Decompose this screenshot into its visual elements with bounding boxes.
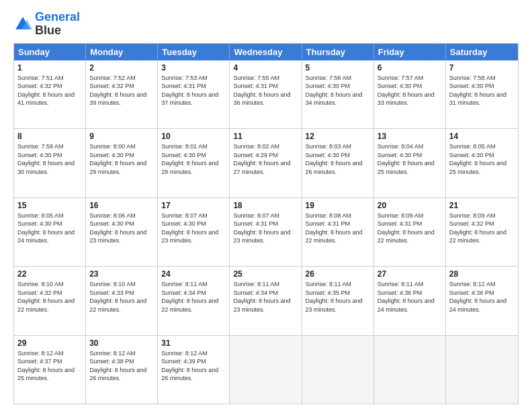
page: General Blue SundayMondayTuesdayWednesda…	[0, 0, 532, 411]
calendar-cell-23: 23 Sunrise: 8:10 AM Sunset: 4:33 PM Dayl…	[86, 267, 158, 334]
cell-info: Sunrise: 8:09 AM Sunset: 4:32 PM Dayligh…	[449, 212, 515, 245]
day-number: 3	[161, 63, 226, 73]
day-number: 1	[17, 63, 82, 73]
calendar-cell-26: 26 Sunrise: 8:11 AM Sunset: 4:35 PM Dayl…	[302, 267, 374, 334]
day-number: 9	[89, 132, 154, 141]
logo: General Blue	[13, 11, 80, 38]
calendar-cell-4: 4 Sunrise: 7:55 AM Sunset: 4:31 PM Dayli…	[230, 60, 302, 128]
calendar-cell-empty	[230, 336, 302, 404]
calendar-cell-15: 15 Sunrise: 8:05 AM Sunset: 4:30 PM Dayl…	[14, 198, 86, 266]
day-number: 26	[306, 269, 370, 279]
calendar-cell-9: 9 Sunrise: 8:00 AM Sunset: 4:30 PM Dayli…	[86, 129, 158, 197]
calendar-cell-11: 11 Sunrise: 8:02 AM Sunset: 4:29 PM Dayl…	[230, 129, 302, 197]
day-number: 6	[378, 63, 442, 73]
cell-info: Sunrise: 7:58 AM Sunset: 4:30 PM Dayligh…	[449, 74, 515, 107]
cell-info: Sunrise: 8:11 AM Sunset: 4:34 PM Dayligh…	[233, 280, 298, 314]
day-number: 4	[233, 63, 298, 73]
calendar-cell-10: 10 Sunrise: 8:01 AM Sunset: 4:30 PM Dayl…	[158, 129, 230, 197]
calendar-cell-17: 17 Sunrise: 8:07 AM Sunset: 4:30 PM Dayl…	[158, 198, 230, 266]
header-day-friday: Friday	[374, 44, 446, 60]
day-number: 17	[161, 201, 226, 210]
cell-info: Sunrise: 7:56 AM Sunset: 4:30 PM Dayligh…	[306, 74, 370, 107]
cell-info: Sunrise: 8:12 AM Sunset: 4:37 PM Dayligh…	[17, 349, 82, 383]
calendar-week-4: 22 Sunrise: 8:10 AM Sunset: 4:32 PM Dayl…	[14, 266, 518, 334]
calendar-cell-2: 2 Sunrise: 7:52 AM Sunset: 4:32 PM Dayli…	[86, 60, 158, 128]
day-number: 15	[17, 201, 82, 210]
day-number: 14	[449, 132, 515, 141]
cell-info: Sunrise: 7:57 AM Sunset: 4:30 PM Dayligh…	[378, 74, 442, 107]
cell-info: Sunrise: 7:55 AM Sunset: 4:31 PM Dayligh…	[233, 74, 298, 107]
day-number: 8	[17, 132, 82, 141]
day-number: 22	[17, 269, 82, 279]
cell-info: Sunrise: 8:11 AM Sunset: 4:36 PM Dayligh…	[378, 280, 442, 314]
cell-info: Sunrise: 8:12 AM Sunset: 4:39 PM Dayligh…	[161, 349, 226, 383]
logo-text: General Blue	[35, 11, 80, 38]
cell-info: Sunrise: 8:11 AM Sunset: 4:35 PM Dayligh…	[306, 280, 370, 314]
day-number: 29	[17, 338, 82, 348]
day-number: 24	[161, 269, 226, 279]
calendar-cell-8: 8 Sunrise: 7:59 AM Sunset: 4:30 PM Dayli…	[14, 129, 86, 197]
calendar-week-5: 29 Sunrise: 8:12 AM Sunset: 4:37 PM Dayl…	[14, 335, 518, 404]
calendar-cell-1: 1 Sunrise: 7:51 AM Sunset: 4:32 PM Dayli…	[14, 60, 86, 128]
day-number: 7	[449, 63, 515, 73]
calendar-cell-12: 12 Sunrise: 8:03 AM Sunset: 4:30 PM Dayl…	[302, 129, 374, 197]
calendar-cell-29: 29 Sunrise: 8:12 AM Sunset: 4:37 PM Dayl…	[14, 336, 86, 404]
day-number: 31	[161, 338, 226, 348]
calendar-week-3: 15 Sunrise: 8:05 AM Sunset: 4:30 PM Dayl…	[14, 197, 518, 266]
calendar-body: 1 Sunrise: 7:51 AM Sunset: 4:32 PM Dayli…	[14, 60, 518, 404]
day-number: 20	[378, 201, 442, 210]
cell-info: Sunrise: 8:03 AM Sunset: 4:30 PM Dayligh…	[306, 142, 370, 176]
day-number: 18	[233, 201, 298, 210]
calendar: SundayMondayTuesdayWednesdayThursdayFrid…	[13, 43, 519, 404]
cell-info: Sunrise: 7:52 AM Sunset: 4:32 PM Dayligh…	[89, 74, 154, 107]
calendar-cell-18: 18 Sunrise: 8:07 AM Sunset: 4:31 PM Dayl…	[230, 198, 302, 266]
day-number: 10	[161, 132, 226, 141]
day-number: 27	[378, 269, 442, 279]
header-day-monday: Monday	[86, 44, 158, 60]
day-number: 13	[378, 132, 442, 141]
calendar-cell-25: 25 Sunrise: 8:11 AM Sunset: 4:34 PM Dayl…	[230, 267, 302, 334]
calendar-cell-21: 21 Sunrise: 8:09 AM Sunset: 4:32 PM Dayl…	[446, 198, 518, 266]
cell-info: Sunrise: 8:01 AM Sunset: 4:30 PM Dayligh…	[161, 142, 226, 176]
header-day-sunday: Sunday	[14, 44, 86, 60]
calendar-header: SundayMondayTuesdayWednesdayThursdayFrid…	[14, 44, 518, 60]
calendar-cell-empty	[446, 336, 518, 404]
cell-info: Sunrise: 7:53 AM Sunset: 4:31 PM Dayligh…	[161, 74, 226, 107]
day-number: 19	[306, 201, 370, 210]
calendar-cell-7: 7 Sunrise: 7:58 AM Sunset: 4:30 PM Dayli…	[446, 60, 518, 128]
day-number: 30	[89, 338, 154, 348]
cell-info: Sunrise: 8:12 AM Sunset: 4:36 PM Dayligh…	[449, 280, 515, 314]
calendar-cell-27: 27 Sunrise: 8:11 AM Sunset: 4:36 PM Dayl…	[374, 267, 446, 334]
day-number: 12	[306, 132, 370, 141]
cell-info: Sunrise: 7:59 AM Sunset: 4:30 PM Dayligh…	[17, 142, 82, 176]
calendar-cell-empty	[302, 336, 374, 404]
cell-info: Sunrise: 8:10 AM Sunset: 4:32 PM Dayligh…	[17, 280, 82, 314]
calendar-cell-3: 3 Sunrise: 7:53 AM Sunset: 4:31 PM Dayli…	[158, 60, 230, 128]
calendar-cell-16: 16 Sunrise: 8:06 AM Sunset: 4:30 PM Dayl…	[86, 198, 158, 266]
logo-icon	[13, 15, 32, 34]
day-number: 11	[233, 132, 298, 141]
calendar-cell-19: 19 Sunrise: 8:08 AM Sunset: 4:31 PM Dayl…	[302, 198, 374, 266]
cell-info: Sunrise: 8:02 AM Sunset: 4:29 PM Dayligh…	[233, 142, 298, 176]
calendar-cell-30: 30 Sunrise: 8:12 AM Sunset: 4:38 PM Dayl…	[86, 336, 158, 404]
header-day-thursday: Thursday	[302, 44, 374, 60]
day-number: 2	[89, 63, 154, 73]
cell-info: Sunrise: 8:09 AM Sunset: 4:31 PM Dayligh…	[378, 212, 442, 245]
header-day-tuesday: Tuesday	[158, 44, 230, 60]
calendar-cell-22: 22 Sunrise: 8:10 AM Sunset: 4:32 PM Dayl…	[14, 267, 86, 334]
day-number: 28	[449, 269, 515, 279]
calendar-cell-5: 5 Sunrise: 7:56 AM Sunset: 4:30 PM Dayli…	[302, 60, 374, 128]
header: General Blue	[13, 11, 519, 38]
calendar-cell-empty	[374, 336, 446, 404]
cell-info: Sunrise: 8:05 AM Sunset: 4:30 PM Dayligh…	[17, 212, 82, 245]
cell-info: Sunrise: 8:05 AM Sunset: 4:30 PM Dayligh…	[449, 142, 515, 176]
day-number: 16	[89, 201, 154, 210]
calendar-cell-28: 28 Sunrise: 8:12 AM Sunset: 4:36 PM Dayl…	[446, 267, 518, 334]
cell-info: Sunrise: 8:07 AM Sunset: 4:30 PM Dayligh…	[161, 212, 226, 245]
calendar-cell-13: 13 Sunrise: 8:04 AM Sunset: 4:30 PM Dayl…	[374, 129, 446, 197]
cell-info: Sunrise: 8:06 AM Sunset: 4:30 PM Dayligh…	[89, 212, 154, 245]
calendar-cell-20: 20 Sunrise: 8:09 AM Sunset: 4:31 PM Dayl…	[374, 198, 446, 266]
day-number: 21	[449, 201, 515, 210]
header-day-saturday: Saturday	[446, 44, 518, 60]
cell-info: Sunrise: 8:12 AM Sunset: 4:38 PM Dayligh…	[89, 349, 154, 383]
